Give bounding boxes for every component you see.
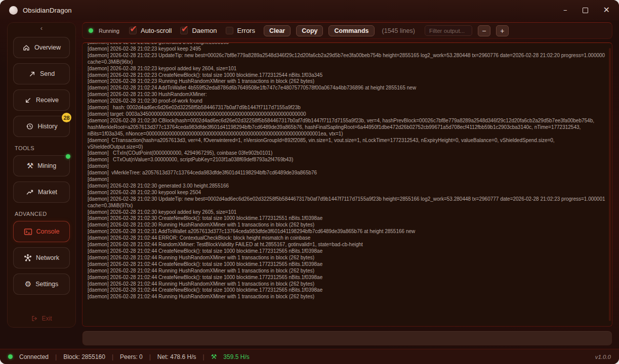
daemon-checkbox[interactable]: ✔ Daemon (180, 27, 217, 34)
log-line: [daemon] 2026-02-28 21:02:30 HushRandomX… (88, 92, 607, 98)
log-line: [daemon] 2026-02-28 21:02:23 UpdateTip: … (88, 53, 607, 66)
market-chart-icon (26, 188, 34, 196)
block-height: Block: 2855160 (63, 353, 105, 360)
separator: | (203, 353, 204, 360)
log-line: [daemon] 2026-02-28 21:02:23 CreateNewBl… (88, 72, 607, 79)
log-line: [daemon] CTxOut(nValue=3.00000000, scrip… (88, 157, 607, 163)
check-icon: ✔ (181, 23, 188, 34)
sidebar-item-label: Receive (36, 97, 59, 104)
sidebar-item-console[interactable]: Console (13, 221, 70, 242)
sidebar-item-mining[interactable]: ⚒ Mining (13, 155, 70, 176)
log-line: [daemon] 2026-02-28 21:02:30 UpdateTip: … (88, 196, 607, 209)
sidebar-item-overview[interactable]: Overview (13, 37, 70, 58)
log-line: [daemon] 2026-02-28 21:02:44 ERROR: Cont… (88, 235, 607, 242)
sidebar-item-label: Market (38, 189, 57, 196)
log-line: [daemon] (88, 176, 607, 183)
checkbox-box: ✔ (180, 27, 188, 34)
sidebar-item-send[interactable]: Send (13, 63, 70, 84)
sidebar-item-label: Overview (34, 44, 61, 51)
local-hashrate: 359.5 H/s (223, 353, 249, 360)
log-line: [daemon] 2026-02-28 21:02:31 AddToWallet… (88, 229, 607, 235)
sidebar-item-label: History (38, 123, 58, 130)
sidebar-item-label: Settings (35, 281, 58, 288)
log-line: [daemon] 2026-02-28 21:02:44 Running Hus… (88, 268, 607, 275)
separator: | (55, 353, 57, 360)
sidebar-item-settings[interactable]: ⚙ Settings (13, 274, 70, 295)
log-line: [daemon] 2026-02-28 21:02:44 CreateNewBl… (88, 275, 607, 281)
network-hub-icon (24, 254, 32, 262)
log-line: [daemon] hash: 0002d4ad6ec6d26e02d32258f… (88, 105, 607, 111)
log-line: [daemon] target: 0003a345000000000000000… (88, 111, 607, 118)
sidebar: ‹ Overview Send Receive History 28 TOOLS… (7, 22, 76, 328)
connection-dot (8, 354, 13, 359)
log-line: [daemon] (88, 163, 607, 170)
font-decrease-button[interactable]: − (478, 25, 490, 36)
font-increase-button[interactable]: + (496, 25, 509, 36)
console-toolbar: Running ✔ Auto-scroll ✔ Daemon Errors Cl… (82, 22, 612, 39)
console-output[interactable]: [daemon] 2026-02-28 21:02:23 generated 3… (82, 42, 612, 327)
log-line: [daemon] 2026-02-28 21:02:30 CBlock(hash… (88, 118, 607, 138)
sidebar-item-history[interactable]: History 28 (13, 116, 70, 137)
statusbar: Connected | Block: 2855160 | Peers: 0 | … (0, 349, 619, 364)
network-hashrate: Net: 478.6 H/s (157, 353, 196, 360)
separator: | (112, 353, 113, 360)
daemon-running-dot (89, 28, 93, 33)
mining-active-dot (66, 154, 70, 159)
copy-button[interactable]: Copy (296, 25, 323, 36)
filter-output-input[interactable] (425, 25, 472, 36)
exit-door-icon (31, 315, 38, 322)
maximize-button[interactable] (583, 8, 588, 13)
commands-button[interactable]: Commands (328, 25, 374, 36)
log-line: [daemon] 2026-02-28 21:02:44 CreateNewBl… (88, 261, 607, 268)
console-scrollbar[interactable] (609, 48, 611, 321)
exit-button[interactable]: Exit (31, 315, 52, 322)
log-line: [daemon] 2026-02-28 21:02:30 keypool kee… (88, 190, 607, 196)
log-line: [daemon] 2026-02-28 21:02:44 CreateNewBl… (88, 248, 607, 255)
lines-count: (1545 lines) (382, 27, 415, 34)
log-line: [daemon] 2026-02-28 21:02:44 CreateNewBl… (88, 287, 607, 294)
app-logo-icon (9, 6, 18, 15)
app-version: v1.0.0 (595, 354, 611, 360)
autoscroll-checkbox[interactable]: ✔ Auto-scroll (129, 27, 172, 34)
log-line: [daemon] 2026-02-28 21:02:44 RandomXMine… (88, 242, 607, 248)
advanced-section-label: ADVANCED (15, 211, 47, 217)
sidebar-item-label: Console (36, 228, 60, 235)
console-terminal-icon (24, 228, 32, 236)
checkbox-box: ✔ (129, 27, 137, 34)
log-line: [daemon] 2026-02-28 21:02:44 Running Hus… (88, 281, 607, 288)
console-log: [daemon] 2026-02-28 21:02:23 generated 3… (88, 42, 607, 300)
log-line: [daemon] 2026-02-28 21:02:24 AddToWallet… (88, 85, 607, 92)
log-line: [daemon] 2026-02-28 21:02:30 keypool add… (88, 209, 607, 216)
sidebar-item-network[interactable]: Network (13, 247, 70, 268)
clear-button[interactable]: Clear (264, 25, 291, 36)
check-icon: ✔ (130, 23, 137, 34)
send-arrow-icon (28, 70, 36, 78)
log-line: [daemon] 2026-02-28 21:02:30 CreateNewBl… (88, 215, 607, 222)
minimize-button[interactable]: − (563, 7, 567, 14)
log-line: [daemon] 2026-02-28 21:02:30 Running Hus… (88, 222, 607, 229)
log-line: [daemon] vMerkleTree: a2057613d377c13764… (88, 170, 607, 176)
log-line: [daemon] 2026-02-28 21:02:23 Running Hus… (88, 78, 607, 85)
log-line: [daemon] 2026-02-28 21:02:30 proof-of-wo… (88, 98, 607, 105)
errors-label: Errors (237, 27, 255, 34)
sidebar-item-market[interactable]: Market (13, 181, 70, 203)
close-button[interactable]: ✕ (603, 6, 610, 14)
tools-section-label: TOOLS (15, 145, 34, 151)
app-title: ObsidianDragon (23, 7, 72, 14)
errors-checkbox[interactable]: Errors (226, 27, 255, 34)
log-line: [daemon] CTxIn(COutPoint(0000000000, 429… (88, 150, 607, 157)
sidebar-item-receive[interactable]: Receive (13, 89, 70, 111)
daemon-status-label: Running (99, 28, 119, 34)
checkbox-box (226, 27, 233, 34)
sidebar-item-label: Network (36, 254, 59, 261)
peers-count: Peers: 0 (120, 353, 143, 360)
window-controls: − ✕ (563, 6, 610, 14)
history-badge: 28 (62, 113, 71, 122)
sidebar-collapse-button[interactable]: ‹ (16, 25, 67, 33)
command-input[interactable] (82, 331, 612, 346)
daemon-label: Daemon (192, 27, 217, 34)
log-line: [daemon] 2026-02-28 21:02:23 keypool add… (88, 66, 607, 72)
sidebar-item-label: Send (40, 70, 55, 77)
exit-label: Exit (42, 315, 52, 322)
log-line: [daemon] 2026-02-28 21:02:44 Running Hus… (88, 294, 607, 300)
